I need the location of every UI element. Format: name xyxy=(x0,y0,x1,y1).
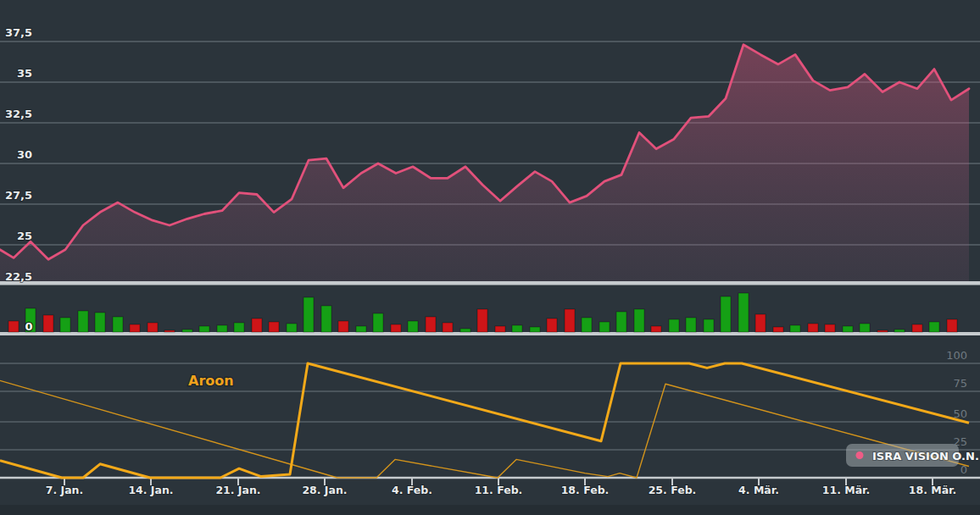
date-axis-label: 4. Mär. xyxy=(738,484,779,496)
volume-bar-up xyxy=(321,306,331,332)
volume-bar-down xyxy=(547,318,557,332)
volume-bar-down xyxy=(269,322,279,332)
volume-bar-up xyxy=(373,313,383,332)
volume-bar-up xyxy=(704,319,714,332)
stock-chart-window: ISRA VISION O.N. Aroon 0 37,53532,53027,… xyxy=(0,0,980,515)
volume-bar-up xyxy=(217,325,227,332)
date-axis-label: 11. Feb. xyxy=(475,484,523,496)
volume-bar-up xyxy=(790,325,800,332)
aroon-axis-label: 0 xyxy=(961,463,967,476)
volume-bar-down xyxy=(755,314,766,332)
volume-bar-up xyxy=(356,326,366,332)
volume-bar-down xyxy=(443,323,453,332)
aroon-axis-label: 75 xyxy=(953,377,967,390)
volume-bar-up xyxy=(843,326,853,332)
volume-bar-down xyxy=(651,326,661,332)
volume-bar-down xyxy=(808,324,818,332)
volume-bar-up xyxy=(669,319,679,332)
date-axis-label: 28. Jan. xyxy=(302,484,347,496)
volume-bar-down xyxy=(773,327,783,332)
volume-bar-down xyxy=(148,323,158,332)
volume-bar-up xyxy=(929,322,939,332)
legend-series-dot-icon xyxy=(856,451,864,459)
price-axis-label: 37,5 xyxy=(5,26,32,39)
volume-bar-down xyxy=(495,326,505,332)
volume-bar-up xyxy=(860,324,870,332)
volume-bar-up xyxy=(599,322,610,332)
date-axis-label: 14. Jan. xyxy=(128,484,173,496)
date-axis-label: 21. Jan. xyxy=(215,484,260,496)
price-axis-label: 27,5 xyxy=(5,189,32,202)
volume-bar-up xyxy=(234,323,244,332)
chart-canvas[interactable]: ISRA VISION O.N. Aroon 0 37,53532,53027,… xyxy=(0,0,980,515)
volume-bar-down xyxy=(426,317,436,332)
aroon-indicator-title: Aroon xyxy=(188,373,234,389)
aroon-axis-label: 25 xyxy=(953,435,967,448)
volume-bar-up xyxy=(408,321,418,332)
volume-bar-up xyxy=(582,318,592,332)
legend-series-label: ISRA VISION O.N. xyxy=(872,450,979,462)
volume-bar-down xyxy=(252,318,262,332)
volume-bar-up xyxy=(530,327,540,332)
volume-bar-down xyxy=(43,315,53,332)
bottom-edge-shade xyxy=(0,505,980,515)
volume-bar-down xyxy=(338,321,348,332)
volume-bar-up xyxy=(616,312,626,332)
volume-bar-down xyxy=(565,309,575,332)
volume-bar-up xyxy=(894,329,905,332)
volume-bar-up xyxy=(738,293,749,332)
volume-bar-down xyxy=(877,330,888,332)
volume-bar-up xyxy=(182,329,192,332)
price-axis-label: 35 xyxy=(17,67,32,80)
volume-bar-up xyxy=(95,313,105,332)
date-axis-label: 18. Mär. xyxy=(909,484,957,496)
volume-bar-down xyxy=(912,324,922,332)
volume-bar-down xyxy=(8,321,19,332)
date-axis-label: 4. Feb. xyxy=(392,484,432,496)
price-axis-label: 22,5 xyxy=(5,270,32,283)
date-axis-label: 7. Jan. xyxy=(46,484,84,496)
volume-bar-up xyxy=(287,324,297,332)
volume-zero-label: 0 xyxy=(25,320,32,333)
volume-bar-up xyxy=(113,317,123,332)
volume-bar-up xyxy=(78,311,88,332)
volume-bar-up xyxy=(721,296,731,332)
price-axis-label: 25 xyxy=(17,230,32,242)
date-axis-label: 18. Feb. xyxy=(561,484,610,496)
aroon-axis-label: 100 xyxy=(946,349,967,362)
volume-baseline xyxy=(0,332,980,335)
volume-bar-up xyxy=(199,326,209,332)
volume-bar-up xyxy=(60,318,70,332)
price-axis-label: 30 xyxy=(17,148,32,161)
volume-bar-down xyxy=(130,324,140,332)
volume-bar-up xyxy=(460,329,471,332)
volume-bar-down xyxy=(825,324,835,332)
date-axis-label: 11. Mär. xyxy=(822,484,871,496)
aroon-axis-label: 50 xyxy=(953,407,967,420)
volume-bar-down xyxy=(164,330,175,332)
volume-bar-up xyxy=(686,318,696,332)
volume-bar-up xyxy=(303,297,314,332)
price-volume-divider xyxy=(0,281,980,285)
volume-bar-down xyxy=(947,319,957,332)
volume-bar-up xyxy=(634,309,644,332)
volume-bar-down xyxy=(477,309,487,332)
price-axis-label: 32,5 xyxy=(5,108,32,120)
volume-bar-down xyxy=(391,324,401,332)
volume-bar-up xyxy=(512,325,522,332)
date-axis-label: 25. Feb. xyxy=(649,484,697,496)
